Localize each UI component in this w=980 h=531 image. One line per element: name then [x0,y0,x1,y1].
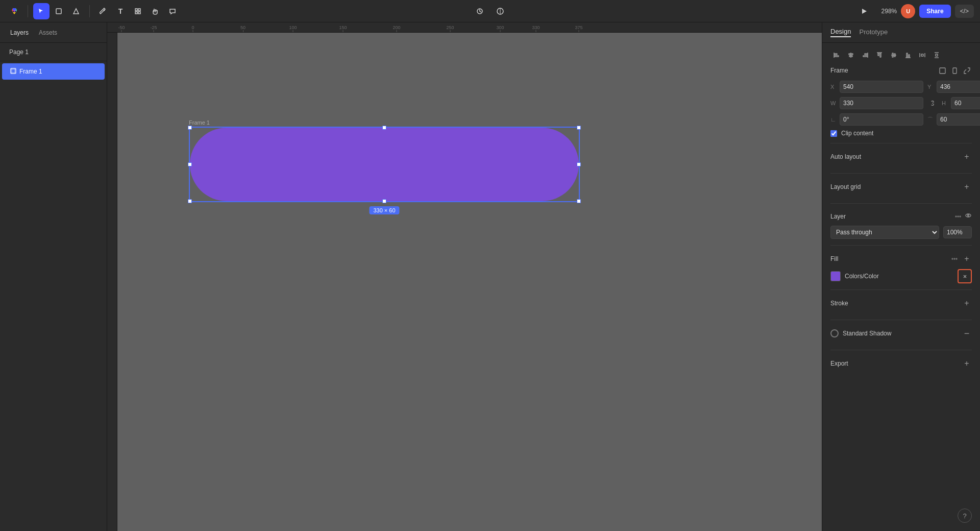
add-stroke-button[interactable]: + [962,298,972,308]
frame-toggle-phone[interactable] [949,65,960,76]
share-button[interactable]: Share [919,5,950,18]
code-button[interactable]: </> [955,5,974,18]
svg-rect-28 [921,54,923,56]
w-input[interactable] [840,97,923,109]
handle-top-mid[interactable] [382,126,386,130]
distribute-h-button[interactable] [916,49,928,61]
handle-bottom-left[interactable] [188,199,192,203]
y-input[interactable] [937,81,980,93]
tab-layers[interactable]: Layers [6,27,33,38]
clip-content-checkbox[interactable] [830,130,837,137]
layer-frame1[interactable]: Frame 1 [2,63,105,80]
panel-tabs: Design Prototype [822,22,980,43]
remove-shadow-button[interactable]: − [962,328,972,339]
frame-toggles [937,65,972,76]
clip-content-row: Clip content [830,130,972,137]
tool-group-draw: T [95,3,181,19]
export-section-header: Export + [830,358,972,369]
align-center-h-button[interactable] [845,49,857,61]
frame-toggle-expand[interactable] [962,65,972,76]
h-input-group: H [942,97,980,109]
text-tool-button[interactable]: T [112,3,129,19]
x-label: X [830,84,838,90]
angle-input[interactable] [840,113,923,126]
shape-tool-button[interactable] [68,3,84,19]
fill-section: Fill + Colors/Color [830,254,972,290]
ruler-tick: 300 [496,25,504,32]
canvas-area[interactable]: Frame 1 330 × 60 [117,33,822,531]
layer-section-header: Layer [830,212,972,221]
svg-rect-15 [865,54,867,55]
svg-rect-9 [835,54,837,55]
handle-mid-right[interactable] [577,162,581,166]
frame-tool-button[interactable] [51,3,67,19]
svg-rect-2 [135,9,137,11]
page-1-item[interactable]: Page 1 [6,47,32,57]
ruler-tick: 50 [240,25,246,32]
h-label: H [942,100,949,106]
link-proportions-button[interactable] [927,97,938,109]
svg-point-41 [954,258,955,259]
zoom-level: 298% [876,8,897,15]
hand-tool-button[interactable] [147,3,163,19]
toolbar-divider-1 [28,5,28,17]
select-tool-button[interactable] [33,3,50,19]
detach-fill-button[interactable] [958,269,972,283]
handle-bottom-right[interactable] [577,199,581,203]
ruler-tick: 250 [446,25,454,32]
pen-tool-button[interactable] [95,3,111,19]
distribute-v-button[interactable] [930,49,943,61]
handle-top-left[interactable] [188,126,192,130]
radius-input[interactable] [937,113,980,126]
add-auto-layout-button[interactable]: + [962,152,972,162]
tab-assets[interactable]: Assets [35,27,61,38]
tab-prototype[interactable]: Prototype [859,28,888,37]
svg-point-1 [104,9,105,11]
xy-input-row: X Y [830,81,972,93]
add-layout-grid-button[interactable]: + [962,182,972,192]
layout-grid-title: Layout grid [830,183,861,190]
layer-visibility-button[interactable] [965,212,972,221]
align-right-button[interactable] [859,49,871,61]
frame-container[interactable]: 330 × 60 [189,127,580,202]
opacity-input[interactable] [943,226,972,238]
frame-toggle-square[interactable] [937,65,947,76]
add-export-button[interactable]: + [962,358,972,369]
svg-point-40 [952,258,953,259]
sidebar-tabs: Layers Assets [0,22,107,43]
handle-top-right[interactable] [577,126,581,130]
handle-bottom-mid[interactable] [382,199,386,203]
shadow-section-header: Standard Shadow − [830,328,972,339]
fill-color-swatch[interactable] [830,271,841,281]
fill-options-button[interactable] [949,254,960,264]
blend-mode-select[interactable]: Pass through [830,226,939,239]
layer-options-icon [954,213,962,220]
x-input[interactable] [840,81,923,93]
align-top-button[interactable] [873,49,886,61]
theme-toggle-button[interactable] [492,3,508,19]
align-center-v-button[interactable] [888,49,900,61]
ruler-tick: -25 [150,25,157,32]
fill-header-actions: + [949,254,972,264]
frame-layer-icon [10,68,16,75]
style-toggle-button[interactable] [472,3,488,19]
h-input[interactable] [951,97,980,109]
shadow-section: Standard Shadow − [830,328,972,350]
help-button[interactable]: ? [958,509,972,523]
tab-design[interactable]: Design [830,28,851,37]
add-fill-button[interactable]: + [962,254,972,264]
w-input-group: W [830,97,923,109]
panel-body: Frame X [822,43,980,531]
handle-mid-left[interactable] [188,162,192,166]
logo-button[interactable] [6,3,22,19]
toolbar-divider-2 [89,5,90,17]
align-left-button[interactable] [830,49,843,61]
component-tool-button[interactable] [130,3,146,19]
ruler-tick: 330 [532,25,540,32]
align-bottom-button[interactable] [902,49,914,61]
comment-tool-button[interactable] [164,3,181,19]
user-avatar: U [901,4,915,18]
fill-section-title: Fill [830,255,838,262]
present-button[interactable] [856,3,872,19]
fill-label[interactable]: Colors/Color [845,273,953,280]
